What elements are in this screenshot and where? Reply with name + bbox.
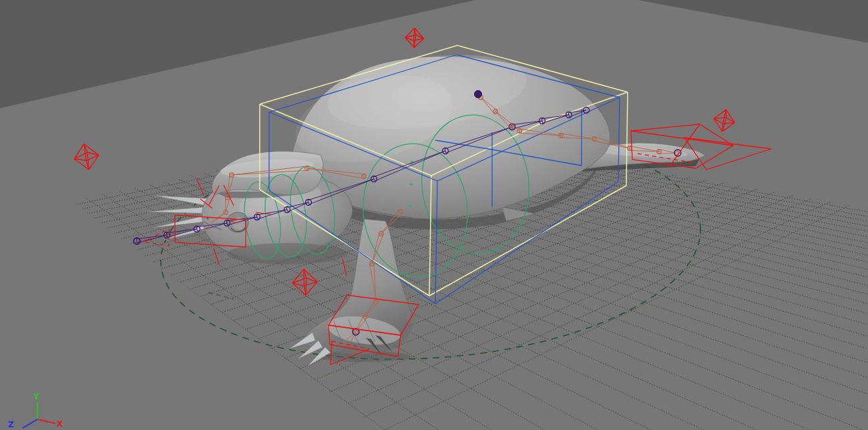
axis-z-label: Z xyxy=(8,420,14,429)
scene-canvas[interactable] xyxy=(0,0,868,430)
viewport-canvas[interactable]: Y X Z xyxy=(0,0,868,430)
axis-y-label: Y xyxy=(33,392,39,401)
axis-x-label: X xyxy=(57,419,63,429)
3d-viewport[interactable]: Y X Z xyxy=(0,0,868,430)
